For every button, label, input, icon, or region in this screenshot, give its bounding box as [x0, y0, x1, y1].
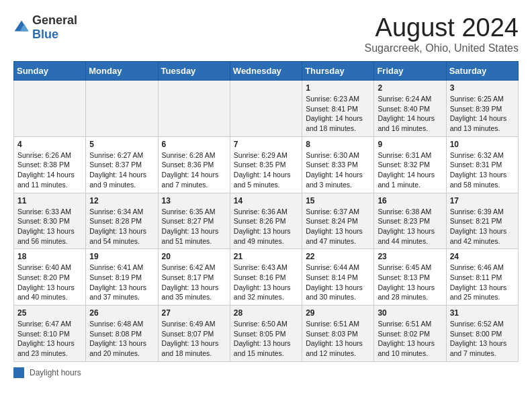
- day-number: 29: [306, 308, 370, 318]
- calendar-cell: 22Sunrise: 6:44 AM Sunset: 8:14 PM Dayli…: [302, 249, 374, 306]
- cell-content: Sunrise: 6:50 AM Sunset: 8:05 PM Dayligh…: [234, 319, 298, 359]
- page-header: General Blue August 2024 Sugarcreek, Ohi…: [13, 13, 519, 54]
- calendar-cell: [230, 81, 302, 137]
- day-header-friday: Friday: [374, 62, 446, 81]
- day-number: 10: [450, 140, 515, 149]
- calendar-body: 1Sunrise: 6:23 AM Sunset: 8:41 PM Daylig…: [14, 81, 519, 362]
- day-header-monday: Monday: [86, 62, 158, 81]
- day-number: 24: [450, 252, 515, 261]
- cell-content: Sunrise: 6:31 AM Sunset: 8:32 PM Dayligh…: [378, 150, 442, 190]
- calendar-cell: 26Sunrise: 6:48 AM Sunset: 8:08 PM Dayli…: [86, 306, 158, 362]
- calendar-cell: 3Sunrise: 6:25 AM Sunset: 8:39 PM Daylig…: [446, 81, 518, 137]
- legend: Daylight hours: [13, 367, 519, 378]
- day-number: 27: [162, 308, 226, 318]
- cell-content: Sunrise: 6:28 AM Sunset: 8:36 PM Dayligh…: [162, 150, 226, 190]
- cell-content: Sunrise: 6:23 AM Sunset: 8:41 PM Dayligh…: [306, 94, 370, 134]
- calendar-cell: 2Sunrise: 6:24 AM Sunset: 8:40 PM Daylig…: [374, 81, 446, 137]
- day-number: 19: [89, 252, 154, 261]
- location-title: Sugarcreek, Ohio, United States: [365, 42, 519, 54]
- cell-content: Sunrise: 6:35 AM Sunset: 8:27 PM Dayligh…: [162, 207, 226, 246]
- calendar-cell: 10Sunrise: 6:32 AM Sunset: 8:31 PM Dayli…: [446, 136, 518, 193]
- cell-content: Sunrise: 6:44 AM Sunset: 8:14 PM Dayligh…: [306, 263, 370, 302]
- calendar-cell: 8Sunrise: 6:30 AM Sunset: 8:33 PM Daylig…: [302, 136, 374, 193]
- cell-content: Sunrise: 6:42 AM Sunset: 8:17 PM Dayligh…: [162, 263, 226, 302]
- calendar-cell: 14Sunrise: 6:36 AM Sunset: 8:26 PM Dayli…: [230, 193, 302, 249]
- calendar-cell: 18Sunrise: 6:40 AM Sunset: 8:20 PM Dayli…: [14, 249, 86, 306]
- cell-content: Sunrise: 6:26 AM Sunset: 8:38 PM Dayligh…: [17, 150, 82, 190]
- day-number: 3: [450, 83, 515, 93]
- title-area: August 2024 Sugarcreek, Ohio, United Sta…: [365, 13, 519, 54]
- day-number: 12: [89, 196, 154, 205]
- cell-content: Sunrise: 6:30 AM Sunset: 8:33 PM Dayligh…: [306, 150, 370, 190]
- cell-content: Sunrise: 6:45 AM Sunset: 8:13 PM Dayligh…: [378, 263, 442, 302]
- legend-box: [13, 367, 24, 378]
- day-number: 28: [234, 308, 298, 318]
- cell-content: Sunrise: 6:51 AM Sunset: 8:02 PM Dayligh…: [378, 319, 442, 359]
- day-number: 20: [162, 252, 226, 261]
- calendar-cell: 7Sunrise: 6:29 AM Sunset: 8:35 PM Daylig…: [230, 136, 302, 193]
- day-number: 15: [306, 196, 370, 205]
- cell-content: Sunrise: 6:37 AM Sunset: 8:24 PM Dayligh…: [306, 207, 370, 246]
- day-header-tuesday: Tuesday: [158, 62, 230, 81]
- calendar-cell: 25Sunrise: 6:47 AM Sunset: 8:10 PM Dayli…: [14, 306, 86, 362]
- day-number: 23: [378, 252, 442, 261]
- day-number: 5: [89, 140, 154, 149]
- calendar-table: SundayMondayTuesdayWednesdayThursdayFrid…: [13, 61, 519, 362]
- day-number: 22: [306, 252, 370, 261]
- cell-content: Sunrise: 6:47 AM Sunset: 8:10 PM Dayligh…: [17, 319, 82, 359]
- day-number: 31: [450, 308, 515, 318]
- day-number: 6: [162, 140, 226, 149]
- calendar-cell: [158, 81, 230, 137]
- calendar-cell: 20Sunrise: 6:42 AM Sunset: 8:17 PM Dayli…: [158, 249, 230, 306]
- cell-content: Sunrise: 6:40 AM Sunset: 8:20 PM Dayligh…: [17, 263, 82, 302]
- cell-content: Sunrise: 6:25 AM Sunset: 8:39 PM Dayligh…: [450, 94, 515, 134]
- calendar-cell: 17Sunrise: 6:39 AM Sunset: 8:21 PM Dayli…: [446, 193, 518, 249]
- day-header-saturday: Saturday: [446, 62, 518, 81]
- calendar-cell: 11Sunrise: 6:33 AM Sunset: 8:30 PM Dayli…: [14, 193, 86, 249]
- calendar-week-1: 4Sunrise: 6:26 AM Sunset: 8:38 PM Daylig…: [14, 136, 519, 193]
- calendar-cell: 5Sunrise: 6:27 AM Sunset: 8:37 PM Daylig…: [86, 136, 158, 193]
- calendar-cell: 31Sunrise: 6:52 AM Sunset: 8:00 PM Dayli…: [446, 306, 518, 362]
- day-number: 13: [162, 196, 226, 205]
- cell-content: Sunrise: 6:52 AM Sunset: 8:00 PM Dayligh…: [450, 319, 515, 359]
- day-number: 2: [378, 83, 442, 93]
- day-number: 9: [378, 140, 442, 149]
- calendar-cell: 4Sunrise: 6:26 AM Sunset: 8:38 PM Daylig…: [14, 136, 86, 193]
- day-header-thursday: Thursday: [302, 62, 374, 81]
- legend-label: Daylight hours: [30, 368, 81, 377]
- logo-blue-text: Blue: [32, 28, 58, 41]
- calendar-cell: 19Sunrise: 6:41 AM Sunset: 8:19 PM Dayli…: [86, 249, 158, 306]
- calendar-cell: [14, 81, 86, 137]
- day-number: 25: [17, 308, 82, 318]
- calendar-cell: 15Sunrise: 6:37 AM Sunset: 8:24 PM Dayli…: [302, 193, 374, 249]
- cell-content: Sunrise: 6:43 AM Sunset: 8:16 PM Dayligh…: [234, 263, 298, 302]
- calendar-cell: 16Sunrise: 6:38 AM Sunset: 8:23 PM Dayli…: [374, 193, 446, 249]
- day-number: 1: [306, 83, 370, 93]
- calendar-cell: 24Sunrise: 6:46 AM Sunset: 8:11 PM Dayli…: [446, 249, 518, 306]
- cell-content: Sunrise: 6:38 AM Sunset: 8:23 PM Dayligh…: [378, 207, 442, 246]
- day-number: 14: [234, 196, 298, 205]
- day-number: 16: [378, 196, 442, 205]
- cell-content: Sunrise: 6:34 AM Sunset: 8:28 PM Dayligh…: [89, 207, 154, 246]
- day-number: 17: [450, 196, 515, 205]
- day-header-wednesday: Wednesday: [230, 62, 302, 81]
- day-number: 21: [234, 252, 298, 261]
- calendar-cell: 1Sunrise: 6:23 AM Sunset: 8:41 PM Daylig…: [302, 81, 374, 137]
- cell-content: Sunrise: 6:36 AM Sunset: 8:26 PM Dayligh…: [234, 207, 298, 246]
- calendar-cell: 27Sunrise: 6:49 AM Sunset: 8:07 PM Dayli…: [158, 306, 230, 362]
- day-number: 11: [17, 196, 82, 205]
- logo-general-text: General: [32, 13, 77, 27]
- cell-content: Sunrise: 6:27 AM Sunset: 8:37 PM Dayligh…: [89, 150, 154, 190]
- cell-content: Sunrise: 6:41 AM Sunset: 8:19 PM Dayligh…: [89, 263, 154, 302]
- calendar-week-4: 25Sunrise: 6:47 AM Sunset: 8:10 PM Dayli…: [14, 306, 519, 362]
- calendar-cell: 13Sunrise: 6:35 AM Sunset: 8:27 PM Dayli…: [158, 193, 230, 249]
- calendar-cell: 29Sunrise: 6:51 AM Sunset: 8:03 PM Dayli…: [302, 306, 374, 362]
- cell-content: Sunrise: 6:46 AM Sunset: 8:11 PM Dayligh…: [450, 263, 515, 302]
- cell-content: Sunrise: 6:49 AM Sunset: 8:07 PM Dayligh…: [162, 319, 226, 359]
- day-header-sunday: Sunday: [14, 62, 86, 81]
- day-number: 26: [89, 308, 154, 318]
- day-number: 4: [17, 140, 82, 149]
- day-number: 30: [378, 308, 442, 318]
- logo: General Blue: [13, 13, 77, 42]
- calendar-cell: 23Sunrise: 6:45 AM Sunset: 8:13 PM Dayli…: [374, 249, 446, 306]
